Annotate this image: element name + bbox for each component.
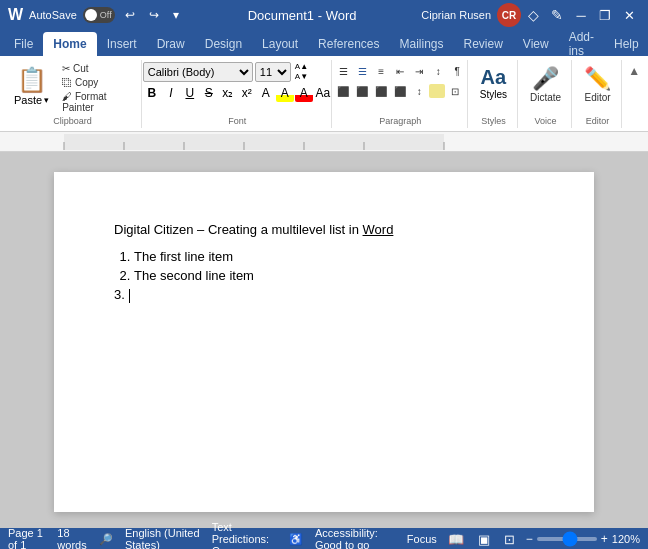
show-marks-button[interactable]: ¶ [448,62,466,80]
strikethrough-button[interactable]: S [200,84,218,102]
editor-content: ✏️ Editor [578,62,617,114]
copy-button[interactable]: ⿻ Copy [59,76,137,89]
status-bar: Page 1 of 1 18 words 🔎 English (United S… [0,528,648,549]
tab-review[interactable]: Review [454,32,513,56]
tab-insert[interactable]: Insert [97,32,147,56]
zoom-slider[interactable] [537,537,597,541]
list-item: The first line item [134,249,534,264]
read-mode-button[interactable]: 📖 [445,532,467,547]
font-color-button[interactable]: A [295,84,313,102]
paragraph-content: ☰ ☰ ≡ ⇤ ⇥ ↕ ¶ ⬛ ⬛ ⬛ ⬛ ↕ ⊡ [334,62,466,114]
text-effects-button[interactable]: A [257,84,275,102]
ribbon-collapse-icon[interactable]: ▲ [628,64,640,78]
font-name-select[interactable]: Calibri (Body) [143,62,253,82]
restore-button[interactable]: ❐ [594,4,616,26]
language[interactable]: English (United States) [125,527,200,549]
format-painter-button[interactable]: 🖌 Format Painter [59,90,137,114]
user-name: Ciprian Rusen [421,9,491,21]
title-bar-left: W AutoSave Off ↩ ↪ ▾ [8,6,183,24]
paragraph-group: ☰ ☰ ≡ ⇤ ⇥ ↕ ¶ ⬛ ⬛ ⬛ ⬛ ↕ ⊡ Paragraph [334,60,468,128]
align-right-button[interactable]: ⬛ [372,82,390,100]
increase-font-size-icon[interactable]: A▲ [293,62,310,72]
increase-indent-button[interactable]: ⇥ [410,62,428,80]
voice-group: 🎤 Dictate Voice [520,60,572,128]
diamond-icon[interactable]: ◇ [523,5,544,25]
redo-icon[interactable]: ↪ [145,6,163,24]
accessibility-status[interactable]: Accessibility: Good to go [315,527,395,549]
document-page[interactable]: Digital Citizen – Creating a multilevel … [54,172,594,512]
spell-check-icon[interactable]: 🔎 [99,533,113,546]
align-center-button[interactable]: ⬛ [353,82,371,100]
pen-icon[interactable]: ✎ [546,5,568,25]
italic-button[interactable]: I [162,84,180,102]
zoom-level[interactable]: 120% [612,533,640,545]
zoom-control: − + 120% [526,532,640,546]
tab-layout[interactable]: Layout [252,32,308,56]
undo-icon[interactable]: ↩ [121,6,139,24]
paste-dropdown-icon[interactable]: ▾ [44,95,49,105]
zoom-in-icon[interactable]: + [601,532,608,546]
editor-group: ✏️ Editor Editor [574,60,622,128]
text-predictions[interactable]: Text Predictions: On [212,521,277,549]
bullets-button[interactable]: ☰ [334,62,352,80]
font-format-buttons: B I U S x₂ x² A A A Aa [143,84,332,102]
decrease-indent-button[interactable]: ⇤ [391,62,409,80]
highlight-color-button[interactable]: A [276,84,294,102]
microphone-icon: 🎤 [532,66,559,92]
toggle-knob [85,9,97,21]
word-logo-icon: W [8,6,23,24]
line-spacing-button[interactable]: ↕ [410,82,428,100]
print-layout-button[interactable]: ▣ [475,532,493,547]
font-content: Calibri (Body) 11 A▲ A▼ B I U S x₂ x² A … [143,62,332,114]
list-buttons-row: ☰ ☰ ≡ ⇤ ⇥ ↕ ¶ [334,62,466,80]
shading-button[interactable] [429,84,445,98]
tab-mailings[interactable]: Mailings [389,32,453,56]
bold-button[interactable]: B [143,84,161,102]
paste-label: Paste [14,94,42,106]
cut-button[interactable]: ✂ Cut [59,62,137,75]
tab-draw[interactable]: Draw [147,32,195,56]
border-button[interactable]: ⊡ [446,82,464,100]
multilevel-list-button[interactable]: ≡ [372,62,390,80]
underline-button[interactable]: U [181,84,199,102]
numbering-button[interactable]: ☰ [353,62,371,80]
autosave-toggle[interactable]: Off [83,7,115,23]
superscript-button[interactable]: x² [238,84,256,102]
list-number-empty: 3. [114,287,125,302]
font-size-arrows: A▲ A▼ [293,62,310,82]
styles-button[interactable]: Aа Styles [474,62,513,104]
focus-label[interactable]: Focus [407,533,437,545]
tab-home[interactable]: Home [43,32,96,56]
tab-references[interactable]: References [308,32,389,56]
tab-view[interactable]: View [513,32,559,56]
tab-file[interactable]: File [4,32,43,56]
minimize-button[interactable]: ─ [570,4,592,26]
dictate-button[interactable]: 🎤 Dictate [524,62,567,107]
align-left-button[interactable]: ⬛ [334,82,352,100]
subscript-button[interactable]: x₂ [219,84,237,102]
status-bar-right: Focus 📖 ▣ ⊡ − + 120% [407,532,640,547]
paste-button[interactable]: 📋 Paste ▾ [8,62,55,110]
autosave-label: AutoSave [29,9,77,21]
tab-design[interactable]: Design [195,32,252,56]
change-case-button[interactable]: Aa [314,84,332,102]
web-layout-button[interactable]: ⊡ [501,532,518,547]
justify-button[interactable]: ⬛ [391,82,409,100]
quick-access-icon[interactable]: ▾ [169,6,183,24]
decrease-font-size-icon[interactable]: A▼ [293,72,310,82]
font-size-select[interactable]: 11 [255,62,291,82]
editor-icon: ✏️ [584,66,611,92]
ruler-area [0,132,648,152]
tab-addins[interactable]: Add-ins [559,32,604,56]
zoom-out-icon[interactable]: − [526,532,533,546]
font-group: Calibri (Body) 11 A▲ A▼ B I U S x₂ x² A … [144,60,332,128]
list-item-empty: 3. [114,287,534,303]
text-cursor [129,289,130,303]
close-button[interactable]: ✕ [618,4,640,26]
tab-help[interactable]: Help [604,32,648,56]
avatar[interactable]: CR [497,3,521,27]
sort-button[interactable]: ↕ [429,62,447,80]
ribbon-collapse-area: ▲ [624,60,644,82]
user-area: Ciprian Rusen CR [421,3,521,27]
editor-button[interactable]: ✏️ Editor [578,62,617,107]
